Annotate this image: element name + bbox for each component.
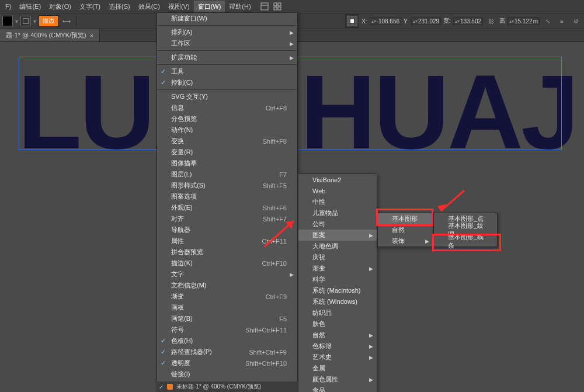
menu-item[interactable]: ✓控制(C) (157, 77, 297, 88)
menu-item[interactable]: 画笔(B)F5 (157, 313, 297, 324)
h-label: 高 (499, 17, 505, 25)
menu-help[interactable]: 帮助(H) (225, 1, 255, 13)
svg-rect-3 (278, 3, 281, 6)
menu-item[interactable]: 纺织品 (298, 307, 377, 318)
menu-item[interactable]: 导航器 (157, 224, 297, 235)
svg-rect-4 (274, 7, 277, 10)
stroke-swatch[interactable] (20, 16, 31, 26)
pattern-submenu: 基本图形自然装饰▶ (377, 213, 433, 247)
menu-item[interactable]: 文字▶ (157, 269, 297, 280)
menu-item[interactable]: VisiBone2 (298, 174, 377, 185)
document-tab[interactable]: 题-1* @ 400% (CMYK/预览) × (0, 29, 100, 41)
menu-item[interactable]: 渐变Ctrl+F9 (157, 291, 297, 302)
menu-item[interactable]: SVG 交互(Y) (157, 91, 297, 102)
swatch-libraries-submenu: VisiBone2Web中性儿童物品公司图案▶大地色调庆祝渐变▶科学系统 (Ma… (298, 174, 377, 392)
status-bar: ✓ 未标题-1* @ 400% (CMYK/预览) (157, 381, 298, 392)
x-label: X: (361, 18, 367, 25)
stroke-width-stepper[interactable]: ⟷ (61, 15, 72, 27)
settings-icon[interactable]: ⚙ (570, 15, 582, 27)
menu-item[interactable]: 变量(R) (157, 147, 297, 158)
menu-item[interactable]: 肤色 (298, 318, 377, 329)
layout-grid-icon[interactable] (273, 2, 282, 11)
arrange-docs-icon[interactable] (260, 2, 269, 11)
menu-item[interactable]: 庆祝 (298, 252, 377, 263)
menu-item[interactable]: 动作(N) (157, 124, 297, 136)
menu-item[interactable]: 自然▶ (298, 329, 377, 341)
menu-item[interactable]: 描边(K)Ctrl+F10 (157, 258, 297, 269)
menu-item[interactable]: 基本图形 (378, 213, 433, 224)
menu-item[interactable]: 符号Shift+Ctrl+F11 (157, 324, 297, 335)
transform-icon[interactable]: ⤡ (542, 15, 554, 27)
menu-item[interactable]: 色标簿▶ (298, 341, 377, 352)
menu-item[interactable]: ✓色板(H) (157, 335, 297, 346)
menu-item[interactable]: 图层(L)F7 (157, 169, 297, 180)
menu-select[interactable]: 选择(S) (105, 1, 134, 13)
svg-rect-0 (261, 3, 268, 10)
menu-object[interactable]: 对象(O) (45, 1, 75, 13)
menu-file[interactable]: F) (1, 1, 15, 12)
menu-item[interactable]: 图案选项 (157, 191, 297, 202)
menu-item[interactable]: Web (298, 185, 377, 196)
menu-text[interactable]: 文字(T) (75, 1, 105, 13)
menu-item[interactable]: ✓路径查找器(P)Shift+Ctrl+F9 (157, 346, 297, 358)
stroke-label[interactable]: 描边 (39, 15, 58, 27)
menu-item[interactable]: 图案▶ (298, 230, 377, 241)
svg-rect-5 (278, 7, 281, 10)
menu-window[interactable]: 窗口(W) (194, 1, 225, 13)
menu-item[interactable]: 变换Shift+F8 (157, 136, 297, 147)
reference-point-picker[interactable] (345, 14, 359, 28)
menu-item[interactable]: 中性 (298, 196, 377, 207)
status-title: 未标题-1* @ 400% (CMYK/预览) (176, 383, 261, 391)
menu-item[interactable]: 扩展功能▶ (157, 52, 297, 63)
menu-item[interactable]: 新建窗口(W) (157, 13, 297, 24)
menu-item[interactable]: ✓透明度Shift+Ctrl+F10 (157, 358, 297, 369)
menu-item[interactable]: 属性Ctrl+F11 (157, 235, 297, 247)
menubar: F) 编辑(E) 对象(O) 文字(T) 选择(S) 效果(C) 视图(V) 窗… (0, 0, 584, 13)
menu-item[interactable]: 文档信息(M) (157, 280, 297, 291)
menu-item[interactable]: ✓工具 (157, 66, 297, 77)
menu-item[interactable]: 食品 (298, 385, 377, 392)
h-field[interactable]: ▴▾ 15.122 m (507, 18, 540, 25)
menu-item[interactable]: 渐变▶ (298, 263, 377, 274)
status-indicator-icon (167, 384, 173, 390)
y-field[interactable]: ▴▾ 231.029 (411, 18, 441, 25)
menu-item[interactable]: 系统 (Macintosh) (298, 285, 377, 296)
menu-effect[interactable]: 效果(C) (134, 1, 164, 13)
menu-item[interactable]: 金属 (298, 363, 377, 374)
menu-item[interactable]: 自然 (378, 224, 433, 235)
w-field[interactable]: ▴▾ 133.502 (453, 18, 483, 25)
menu-item[interactable]: 大地色调 (298, 241, 377, 252)
x-field[interactable]: ▴▾ -108.656 (370, 18, 401, 25)
menu-item[interactable]: 儿童物品 (298, 207, 377, 218)
tab-title: 题-1* @ 400% (CMYK/预览) (6, 31, 86, 40)
close-icon[interactable]: × (90, 32, 93, 39)
menu-item[interactable]: 对齐Shift+F7 (157, 213, 297, 224)
menu-item[interactable]: 系统 (Windows) (298, 296, 377, 307)
menu-item[interactable]: 图像描摹 (157, 158, 297, 169)
menu-item[interactable]: 排列(A)▶ (157, 27, 297, 38)
menu-item[interactable]: 外观(E)Shift+F6 (157, 202, 297, 213)
menu-edit[interactable]: 编辑(E) (15, 1, 45, 13)
y-label: Y: (404, 18, 409, 25)
menu-view[interactable]: 视图(V) (164, 1, 194, 13)
svg-rect-2 (274, 3, 277, 6)
menu-item[interactable]: 分色预览 (157, 113, 297, 124)
menu-item[interactable]: 工作区▶ (157, 38, 297, 49)
w-label: 宽: (443, 17, 451, 25)
menu-item[interactable]: 公司 (298, 218, 377, 230)
align-icon[interactable]: ≡ (556, 15, 568, 27)
window-menu-dropdown: 新建窗口(W)排列(A)▶工作区▶扩展功能▶✓工具✓控制(C)SVG 交互(Y)… (157, 12, 298, 392)
menu-item[interactable]: 装饰▶ (378, 235, 433, 247)
fill-swatch[interactable] (2, 16, 13, 26)
link-wh-icon[interactable]: ⛓ (485, 15, 497, 27)
menu-item[interactable]: 信息Ctrl+F8 (157, 102, 297, 113)
menu-item[interactable]: 图形样式(S)Shift+F5 (157, 180, 297, 191)
menu-item[interactable]: 画板 (157, 302, 297, 313)
menu-item[interactable]: 链接(I) (157, 369, 297, 380)
menu-item[interactable]: 拼合器预览 (157, 247, 297, 258)
menu-item[interactable]: 基本图形_线条 (434, 235, 497, 247)
menu-item[interactable]: 科学 (298, 274, 377, 285)
menu-item[interactable]: 艺术史▶ (298, 352, 377, 363)
menu-item[interactable]: 颜色属性▶ (298, 374, 377, 385)
basic-graphics-submenu: 基本图形_点基本图形_纹理基本图形_线条 (433, 213, 498, 247)
